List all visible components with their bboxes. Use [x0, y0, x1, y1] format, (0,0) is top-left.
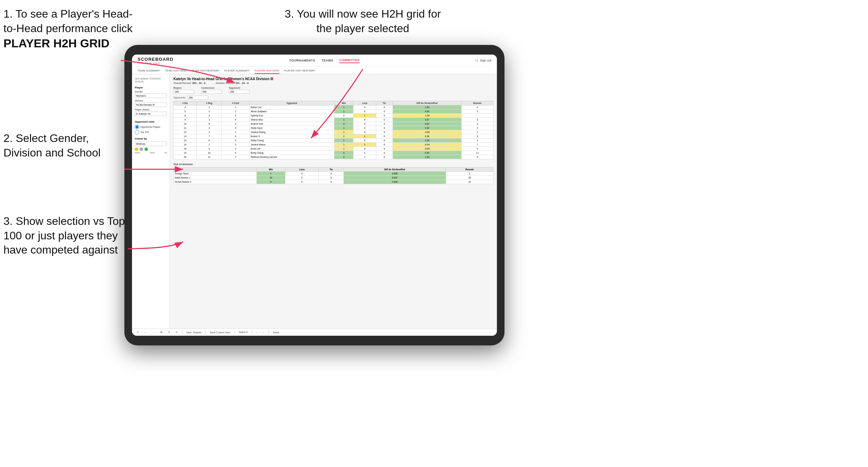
toolbar-watch[interactable]: Watch ▾ [237, 331, 249, 334]
sub-nav-player-h2h-grid[interactable]: PLAYER H2H GRID [255, 68, 279, 74]
sub-nav-player-summary[interactable]: PLAYER SUMMARY [224, 68, 250, 74]
main-content: Last Updated: 27/03/202416:55:38 Player … [132, 74, 497, 328]
table-row: 13 1 1 Jessica Huang 1 0 0 -3.00 2 [174, 130, 493, 134]
toolbar-divider [182, 330, 182, 334]
colour-labels: Down Level Up [135, 152, 167, 154]
logo-sub: Powered by clippd [138, 62, 173, 64]
sub-nav-team-h2h-grid[interactable]: TEAM H2H GRID [165, 68, 187, 74]
out-of-division-label: Out of division [173, 163, 493, 166]
nav-committee[interactable]: COMMITTEE [339, 58, 360, 63]
col-diff: Diff Av Strokes/Rnd [393, 101, 461, 105]
player-rank-label: Player (Rank) [135, 108, 167, 111]
sign-out-link[interactable]: Sign out [480, 59, 491, 62]
colour-by-label: Colour by [135, 137, 167, 140]
table-row: 9 1 4 Sharon Mun 1 0 0 3.67 3 [174, 118, 493, 122]
sub-nav-team-h2h-heatmap[interactable]: TEAM H2H HEATMAP [191, 68, 219, 74]
toolbar-upload[interactable]: ↑ [262, 331, 266, 334]
dot-down [135, 147, 138, 151]
col-opponent: Opponent [249, 101, 334, 105]
toolbar-back[interactable]: ← [143, 331, 148, 334]
col-tie: Tie [376, 101, 393, 105]
instruction-step3a: 3. You will now see H2H grid for the pla… [276, 7, 449, 36]
toolbar-view-original[interactable]: View: Original [185, 331, 202, 334]
left-panel: Last Updated: 27/03/202416:55:38 Player … [132, 74, 170, 328]
tablet-screen: SCOREBOARD Powered by clippd TOURNAMENTS… [132, 55, 497, 336]
instruction-step1: 1. To see a Player's Head-to-Head perfor… [3, 7, 135, 51]
col-win: Win [334, 101, 353, 105]
out-of-div-row: NCAA Division 2 5 0 0 7.400 10 [174, 180, 493, 184]
grid-title: Katelyn Vo Head-to-Head Grid for Women's… [173, 77, 493, 81]
instruction-step2: 2. Select Gender, Division and School [3, 131, 121, 160]
toolbar-divider3 [234, 330, 235, 334]
col-conf: # Conf [222, 101, 249, 105]
logo-area: SCOREBOARD Powered by clippd [138, 57, 173, 64]
colour-section: Colour by Win/loss Down Level Up [135, 137, 167, 154]
tablet: SCOREBOARD Powered by clippd TOURNAMENTS… [124, 45, 504, 345]
dot-level [140, 147, 143, 151]
conference-filter-group: Conference (All) [201, 87, 222, 94]
opponent-select[interactable]: (All) [229, 90, 249, 94]
nav-tournaments[interactable]: TOURNAMENTS [289, 58, 315, 63]
table-row: 20 11 7 Federica Domecq Lacroze 2 1 0 1.… [174, 155, 493, 159]
nav-teams[interactable]: TEAMS [321, 58, 333, 63]
division-label: Division [135, 99, 167, 102]
toolbar-divider2 [205, 330, 206, 334]
table-row: 14 7 4 Eunice Yi 2 2 0 0.38 9 [174, 134, 493, 139]
table-row: 11 2 5 Heejo Hyun 1 0 0 3.33 3 [174, 126, 493, 130]
instruction-step3b: 3. Show selection vs Top 100 or just pla… [3, 214, 128, 257]
out-of-division-table: Win Loss Tie Diff Av Strokes/Rnd Rounds … [173, 167, 493, 184]
table-row: 16 1 3 Jessica Mason 1 2 0 -0.94 7 [174, 143, 493, 147]
opponent-filter-group: Opponent (All) [229, 87, 249, 94]
conference-select[interactable]: (All) [201, 90, 222, 94]
col-loss: Loss [353, 101, 376, 105]
opponent-view-title: Opponent view [135, 120, 167, 123]
table-row: 18 2 2 Euna Lee 1 0 0 -5.00 2 [174, 147, 493, 151]
radio-top100[interactable]: Top 100 [135, 130, 167, 134]
table-row: 15 8 5 Stella Cheng 1 0 0 1.25 4 [174, 139, 493, 143]
colour-by-select[interactable]: Win/loss [135, 142, 167, 146]
sub-nav: TEAM SUMMARY TEAM H2H GRID TEAM H2H HEAT… [138, 66, 491, 74]
out-of-div-row: NAIA Division 1 15 0 0 9.267 30 [174, 176, 493, 180]
table-row: 10 6 3 Andrea York 2 0 0 4.00 4 [174, 122, 493, 126]
radio-opponents-played[interactable]: Opponents Played [135, 125, 167, 129]
out-of-div-row: Foreign Team 1 0 0 4.500 2 [174, 172, 493, 176]
right-panel: Katelyn Vo Head-to-Head Grid for Women's… [170, 74, 497, 328]
col-rounds: Rounds [461, 101, 493, 105]
opponents-row: Opponents: (All) [173, 96, 493, 99]
player-section-title: Player [135, 86, 167, 89]
toolbar-divider5 [268, 330, 269, 334]
toolbar-circle[interactable]: ⊙ [174, 331, 179, 334]
gender-label: Gender [135, 90, 167, 93]
toolbar-undo[interactable]: ↩ [135, 331, 140, 334]
colour-dots [135, 147, 167, 151]
toolbar-save-custom-view[interactable]: Save Custom View [208, 331, 232, 334]
player-rank-select[interactable]: 8. Katelyn Vo [135, 112, 167, 116]
sub-nav-team-summary[interactable]: TEAM SUMMARY [138, 68, 160, 74]
table-row: 19 10 6 Emily Chang 4 1 0 0.30 11 [174, 151, 493, 155]
gender-select[interactable]: Women's Men's [135, 94, 167, 98]
logo-text: SCOREBOARD [138, 57, 173, 62]
table-row: 4 1 1 Esther Lee 1 0 0 1.50 4 [174, 105, 493, 109]
nav-links: TOURNAMENTS TEAMS COMMITTEE [289, 58, 360, 63]
sign-out: i | Sign out [475, 59, 491, 62]
sub-nav-player-h2h-heatmap[interactable]: PLAYER H2H HEATMAP [284, 68, 315, 74]
toolbar-forward[interactable]: → [151, 331, 156, 334]
division-select[interactable]: NCAA Division III NCAA Division I NCAA D… [135, 103, 167, 107]
dot-up [144, 147, 148, 151]
toolbar-grid[interactable]: ⊞ [159, 331, 164, 334]
navbar: SCOREBOARD Powered by clippd TOURNAMENTS… [132, 55, 497, 74]
region-filter-group: Region (All) [173, 87, 194, 94]
toolbar-share[interactable]: Share [272, 331, 281, 334]
last-updated: Last Updated: 27/03/202416:55:38 [135, 77, 167, 83]
opponents-filter-select[interactable]: (All) [187, 96, 208, 99]
col-reg: # Reg [197, 101, 222, 105]
table-row: 6 3 3 Sydney Kuo 0 1 0 -1.00 [174, 114, 493, 118]
table-row: 5 2 2 Alexis Sudjianto 1 0 0 4.00 3 [174, 109, 493, 114]
filter-row: Region (All) Conference (All) Opponent [173, 87, 493, 94]
col-div: # Div [174, 101, 197, 105]
toolbar-download[interactable]: ↓ [255, 331, 259, 334]
grid-records: Overall Record: 353 - 34 - 6 Division Re… [173, 82, 493, 85]
region-select[interactable]: (All) [173, 90, 194, 94]
toolbar-divider4 [252, 330, 252, 334]
toolbar-refresh[interactable]: ↺ [167, 331, 171, 334]
